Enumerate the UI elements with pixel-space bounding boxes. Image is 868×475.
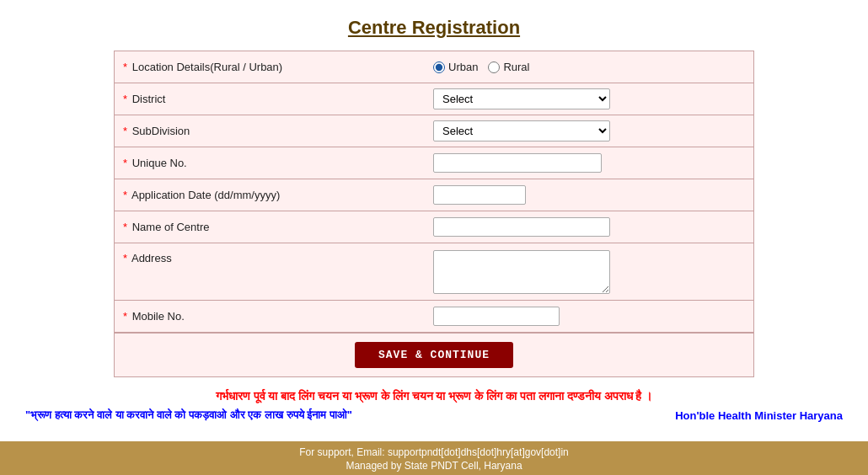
button-row: SAVE & CONTINUE (115, 333, 753, 376)
footer-support: For support, Email: supportpndt[dot]dhs[… (0, 446, 868, 458)
name-of-centre-row: * Name of Centre (115, 211, 753, 243)
notice-quote: "भ्रूण हत्या करने वाले या करवाने वाले को… (25, 408, 352, 422)
address-textarea[interactable] (433, 250, 610, 294)
unique-no-field (426, 150, 753, 176)
required-star: * (123, 252, 127, 264)
page-title: Centre Registration (0, 0, 868, 51)
name-of-centre-input[interactable] (433, 217, 610, 237)
required-star: * (123, 310, 127, 323)
subdivision-row: * SubDivision Select (115, 115, 753, 147)
required-star: * (123, 157, 127, 169)
location-field: Urban Rural (426, 57, 753, 77)
unique-no-row: * Unique No. (115, 147, 753, 179)
footer-managed: Managed by State PNDT Cell, Haryana (0, 460, 868, 472)
hindi-notice: गर्भधारण पूर्व या बाद लिंग चयन या भ्रूण … (17, 389, 851, 403)
application-date-field (426, 182, 753, 208)
address-label: * Address (115, 243, 426, 270)
notice-section: गर्भधारण पूर्व या बाद लिंग चयन या भ्रूण … (0, 377, 868, 429)
notice-quote-row: "भ्रूण हत्या करने वाले या करवाने वाले को… (17, 408, 851, 422)
mobile-no-input[interactable] (433, 307, 560, 326)
address-row: * Address (115, 243, 753, 301)
required-star: * (123, 125, 127, 137)
urban-label: Urban (448, 61, 478, 73)
application-date-label: * Application Date (dd/mm/yyyy) (115, 184, 426, 206)
application-date-input[interactable] (433, 185, 526, 205)
required-star: * (123, 93, 127, 105)
required-star: * (123, 189, 127, 201)
application-date-row: * Application Date (dd/mm/yyyy) (115, 179, 753, 211)
registration-form: * Location Details(Rural / Urban) Urban … (114, 51, 754, 377)
mobile-no-label: * Mobile No. (115, 305, 426, 328)
location-label: * Location Details(Rural / Urban) (115, 56, 426, 78)
name-of-centre-field (426, 214, 753, 240)
mobile-no-field (426, 303, 753, 329)
location-row: * Location Details(Rural / Urban) Urban … (115, 51, 753, 83)
save-continue-button[interactable]: SAVE & CONTINUE (355, 342, 513, 368)
rural-label: Rural (503, 61, 529, 73)
name-of-centre-label: * Name of Centre (115, 216, 426, 238)
unique-no-input[interactable] (433, 153, 602, 173)
required-star: * (123, 61, 127, 73)
subdivision-select[interactable]: Select (433, 120, 610, 141)
urban-radio-label[interactable]: Urban (433, 61, 478, 73)
mobile-no-row: * Mobile No. (115, 301, 753, 333)
district-field: Select (426, 85, 753, 113)
subdivision-label: * SubDivision (115, 120, 426, 142)
rural-radio-label[interactable]: Rural (488, 61, 529, 73)
required-star: * (123, 221, 127, 233)
location-radio-group: Urban Rural (433, 61, 747, 73)
district-label: * District (115, 88, 426, 110)
minister-text: Hon'ble Health Minister Haryana (675, 409, 843, 422)
urban-radio[interactable] (433, 61, 445, 73)
footer: For support, Email: supportpndt[dot]dhs[… (0, 441, 868, 475)
district-row: * District Select (115, 83, 753, 115)
address-field (426, 243, 753, 300)
unique-no-label: * Unique No. (115, 152, 426, 174)
rural-radio[interactable] (488, 61, 500, 73)
subdivision-field: Select (426, 117, 753, 145)
district-select[interactable]: Select (433, 88, 610, 109)
